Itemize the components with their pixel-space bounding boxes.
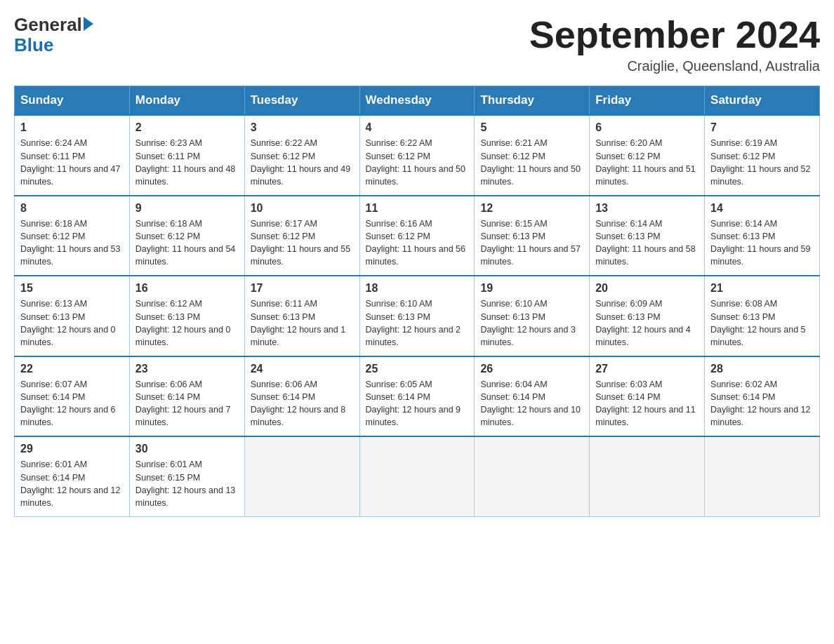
day-number: 27 xyxy=(595,363,699,375)
day-info: Sunrise: 6:15 AMSunset: 6:13 PMDaylight:… xyxy=(480,217,583,269)
logo-text: General xyxy=(14,14,93,36)
page-header: General Blue September 2024 Craiglie, Qu… xyxy=(14,14,820,74)
calendar-title: September 2024 xyxy=(529,14,820,55)
day-info: Sunrise: 6:06 AMSunset: 6:14 PMDaylight:… xyxy=(135,378,239,429)
day-info: Sunrise: 6:17 AMSunset: 6:12 PMDaylight:… xyxy=(251,217,354,269)
calendar-cell: 30 Sunrise: 6:01 AMSunset: 6:15 PMDaylig… xyxy=(129,436,244,516)
day-info: Sunrise: 6:02 AMSunset: 6:14 PMDaylight:… xyxy=(710,378,814,429)
calendar-cell: 10 Sunrise: 6:17 AMSunset: 6:12 PMDaylig… xyxy=(244,196,359,276)
day-number: 8 xyxy=(20,202,124,215)
calendar-cell: 5 Sunrise: 6:21 AMSunset: 6:12 PMDayligh… xyxy=(475,115,590,196)
day-number: 16 xyxy=(135,282,239,295)
day-number: 7 xyxy=(710,121,814,134)
day-number: 11 xyxy=(366,202,469,215)
calendar-cell: 2 Sunrise: 6:23 AMSunset: 6:11 PMDayligh… xyxy=(129,115,244,196)
day-info: Sunrise: 6:08 AMSunset: 6:13 PMDaylight:… xyxy=(710,297,814,349)
calendar-cell: 25 Sunrise: 6:05 AMSunset: 6:14 PMDaylig… xyxy=(359,356,475,437)
day-number: 1 xyxy=(20,121,124,134)
calendar-table: Sunday Monday Tuesday Wednesday Thursday… xyxy=(14,86,820,517)
header-sunday: Sunday xyxy=(15,86,130,116)
day-number: 14 xyxy=(710,202,814,215)
day-info: Sunrise: 6:18 AMSunset: 6:12 PMDaylight:… xyxy=(135,217,239,269)
day-number: 18 xyxy=(366,282,469,295)
day-number: 19 xyxy=(480,282,583,295)
day-number: 13 xyxy=(595,202,699,215)
day-info: Sunrise: 6:10 AMSunset: 6:13 PMDaylight:… xyxy=(366,297,469,349)
day-info: Sunrise: 6:13 AMSunset: 6:13 PMDaylight:… xyxy=(20,297,124,349)
calendar-cell: 4 Sunrise: 6:22 AMSunset: 6:12 PMDayligh… xyxy=(359,115,475,196)
calendar-cell: 6 Sunrise: 6:20 AMSunset: 6:12 PMDayligh… xyxy=(590,115,705,196)
day-number: 5 xyxy=(480,121,583,134)
week-row-4: 22 Sunrise: 6:07 AMSunset: 6:14 PMDaylig… xyxy=(15,356,820,437)
day-number: 20 xyxy=(595,282,699,295)
day-info: Sunrise: 6:01 AMSunset: 6:15 PMDaylight:… xyxy=(135,458,239,509)
week-row-1: 1 Sunrise: 6:24 AMSunset: 6:11 PMDayligh… xyxy=(15,115,820,196)
calendar-cell: 3 Sunrise: 6:22 AMSunset: 6:12 PMDayligh… xyxy=(244,115,359,196)
day-number: 22 xyxy=(20,363,124,375)
calendar-cell xyxy=(359,436,475,516)
day-info: Sunrise: 6:18 AMSunset: 6:12 PMDaylight:… xyxy=(20,217,124,269)
header-monday: Monday xyxy=(129,86,244,116)
day-number: 3 xyxy=(251,121,354,134)
day-number: 4 xyxy=(366,121,469,134)
day-number: 2 xyxy=(135,121,239,134)
day-number: 10 xyxy=(251,202,354,215)
title-section: September 2024 Craiglie, Queensland, Aus… xyxy=(529,14,820,74)
header-wednesday: Wednesday xyxy=(359,86,475,116)
day-number: 29 xyxy=(20,443,124,455)
day-info: Sunrise: 6:24 AMSunset: 6:11 PMDaylight:… xyxy=(20,137,124,188)
day-info: Sunrise: 6:19 AMSunset: 6:12 PMDaylight:… xyxy=(710,137,814,188)
calendar-cell: 1 Sunrise: 6:24 AMSunset: 6:11 PMDayligh… xyxy=(15,115,130,196)
calendar-cell: 20 Sunrise: 6:09 AMSunset: 6:13 PMDaylig… xyxy=(590,276,705,356)
calendar-subtitle: Craiglie, Queensland, Australia xyxy=(529,58,820,74)
day-info: Sunrise: 6:23 AMSunset: 6:11 PMDaylight:… xyxy=(135,137,239,188)
header-tuesday: Tuesday xyxy=(244,86,359,116)
day-number: 6 xyxy=(595,121,699,134)
week-row-2: 8 Sunrise: 6:18 AMSunset: 6:12 PMDayligh… xyxy=(15,196,820,276)
calendar-cell: 15 Sunrise: 6:13 AMSunset: 6:13 PMDaylig… xyxy=(15,276,130,356)
calendar-cell: 18 Sunrise: 6:10 AMSunset: 6:13 PMDaylig… xyxy=(359,276,475,356)
calendar-cell xyxy=(475,436,590,516)
calendar-cell xyxy=(705,436,820,516)
calendar-cell: 9 Sunrise: 6:18 AMSunset: 6:12 PMDayligh… xyxy=(129,196,244,276)
day-info: Sunrise: 6:10 AMSunset: 6:13 PMDaylight:… xyxy=(480,297,583,349)
day-number: 15 xyxy=(20,282,124,295)
logo-arrow-icon xyxy=(84,17,93,31)
day-info: Sunrise: 6:11 AMSunset: 6:13 PMDaylight:… xyxy=(251,297,354,349)
calendar-cell: 13 Sunrise: 6:14 AMSunset: 6:13 PMDaylig… xyxy=(590,196,705,276)
day-number: 9 xyxy=(135,202,239,215)
day-info: Sunrise: 6:12 AMSunset: 6:13 PMDaylight:… xyxy=(135,297,239,349)
day-info: Sunrise: 6:01 AMSunset: 6:14 PMDaylight:… xyxy=(20,458,124,509)
day-info: Sunrise: 6:22 AMSunset: 6:12 PMDaylight:… xyxy=(366,137,469,188)
calendar-cell: 28 Sunrise: 6:02 AMSunset: 6:14 PMDaylig… xyxy=(705,356,820,437)
day-number: 24 xyxy=(251,363,354,375)
calendar-cell: 11 Sunrise: 6:16 AMSunset: 6:12 PMDaylig… xyxy=(359,196,475,276)
calendar-cell: 23 Sunrise: 6:06 AMSunset: 6:14 PMDaylig… xyxy=(129,356,244,437)
day-number: 21 xyxy=(710,282,814,295)
calendar-cell: 21 Sunrise: 6:08 AMSunset: 6:13 PMDaylig… xyxy=(705,276,820,356)
day-number: 30 xyxy=(135,443,239,455)
header-friday: Friday xyxy=(590,86,705,116)
calendar-cell: 29 Sunrise: 6:01 AMSunset: 6:14 PMDaylig… xyxy=(15,436,130,516)
calendar-cell xyxy=(244,436,359,516)
logo: General Blue xyxy=(14,14,93,56)
day-number: 26 xyxy=(480,363,583,375)
day-info: Sunrise: 6:20 AMSunset: 6:12 PMDaylight:… xyxy=(595,137,699,188)
day-info: Sunrise: 6:07 AMSunset: 6:14 PMDaylight:… xyxy=(20,378,124,429)
day-info: Sunrise: 6:09 AMSunset: 6:13 PMDaylight:… xyxy=(595,297,699,349)
day-number: 28 xyxy=(710,363,814,375)
logo-general: General xyxy=(14,14,82,36)
header-saturday: Saturday xyxy=(705,86,820,116)
day-info: Sunrise: 6:16 AMSunset: 6:12 PMDaylight:… xyxy=(366,217,469,269)
calendar-cell: 16 Sunrise: 6:12 AMSunset: 6:13 PMDaylig… xyxy=(129,276,244,356)
calendar-cell: 24 Sunrise: 6:06 AMSunset: 6:14 PMDaylig… xyxy=(244,356,359,437)
day-header-row: Sunday Monday Tuesday Wednesday Thursday… xyxy=(15,86,820,116)
header-thursday: Thursday xyxy=(475,86,590,116)
calendar-cell: 22 Sunrise: 6:07 AMSunset: 6:14 PMDaylig… xyxy=(15,356,130,437)
calendar-cell: 12 Sunrise: 6:15 AMSunset: 6:13 PMDaylig… xyxy=(475,196,590,276)
calendar-cell: 8 Sunrise: 6:18 AMSunset: 6:12 PMDayligh… xyxy=(15,196,130,276)
calendar-cell xyxy=(590,436,705,516)
day-number: 23 xyxy=(135,363,239,375)
day-info: Sunrise: 6:03 AMSunset: 6:14 PMDaylight:… xyxy=(595,378,699,429)
day-info: Sunrise: 6:14 AMSunset: 6:13 PMDaylight:… xyxy=(710,217,814,269)
